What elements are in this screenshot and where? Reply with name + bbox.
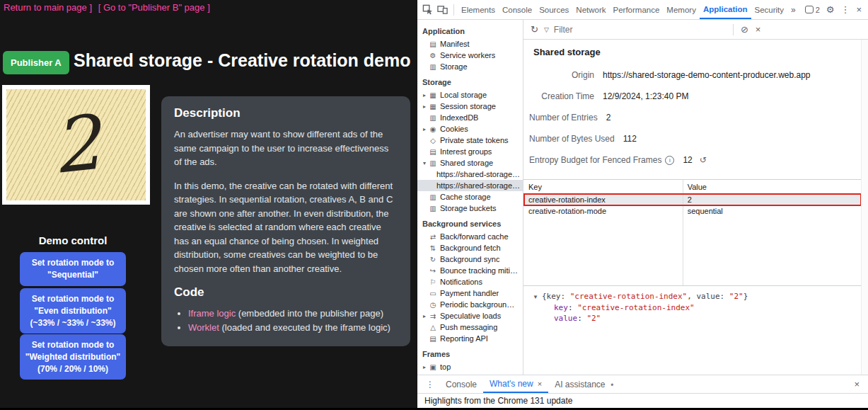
more-tabs-icon[interactable]: » — [787, 5, 799, 15]
devtools-menu-kebab-icon[interactable]: ⋮ — [840, 4, 850, 15]
sidebar-item-cookies[interactable]: ▸◉Cookies — [417, 123, 523, 135]
sidebar-item-label: Cookies — [440, 125, 468, 133]
expander-icon[interactable]: ▸ — [421, 126, 428, 132]
caret-down-icon[interactable]: ▼ — [533, 294, 538, 300]
preview-token: "2" — [729, 292, 743, 301]
tab-sources[interactable]: Sources — [536, 0, 572, 19]
devtools-drawer: ⋮ Console What's new × AI assistance ⋆ ×… — [417, 375, 868, 408]
sidebar-item-label: Background sync — [440, 255, 499, 263]
tab-security[interactable]: Security — [751, 0, 788, 19]
storage-icon: ▥ — [428, 63, 438, 71]
code-list: Iframe logic (embedded into the publishe… — [174, 307, 398, 335]
iframe-logic-link[interactable]: Iframe logic — [188, 308, 236, 319]
drawer-menu-kebab-icon[interactable]: ⋮ — [426, 380, 434, 389]
back-forward-cache-icon: ⇄ — [428, 233, 438, 241]
column-header-key[interactable]: Key — [523, 183, 683, 191]
expander-icon[interactable]: ▾ — [421, 160, 428, 166]
devtools-tabbar: Elements Console Sources Network Perform… — [417, 0, 868, 20]
meta-row-creation-time: Creation Time 12/9/2024, 1:23:40 PM — [523, 86, 862, 107]
sidebar-item-service-workers[interactable]: ⚙Service workers — [417, 50, 523, 61]
expander-icon[interactable]: ▸ — [421, 92, 428, 98]
rotation-sequential-button[interactable]: Set rotation mode to "Sequential" — [20, 252, 126, 286]
entropy-budget-label: Entropy Budget for Fenced Frames — [529, 155, 661, 165]
sidebar-item-payment-handler[interactable]: ▭Payment handler — [417, 287, 523, 299]
rotation-even-button[interactable]: Set rotation mode to "Even distribution"… — [20, 288, 126, 334]
worklet-link[interactable]: Worklet — [188, 322, 219, 333]
sidebar-item-reporting-api[interactable]: ▤Reporting API — [417, 333, 523, 344]
sidebar-item-push-messaging[interactable]: △Push messaging — [417, 321, 523, 333]
sidebar-item-interest-groups[interactable]: ▤Interest groups — [417, 146, 523, 157]
issues-badge[interactable]: 2 — [805, 6, 820, 14]
sidebar-item-speculative-loads[interactable]: ▸⇉Speculative loads — [417, 310, 523, 321]
return-main-link[interactable]: Return to main page ] — [4, 2, 92, 13]
refresh-icon[interactable]: ↻ — [531, 24, 538, 35]
sidebar-item-indexeddb[interactable]: ▥IndexedDB — [417, 112, 523, 123]
sidebar-item-notifications[interactable]: ⚐Notifications — [417, 276, 523, 287]
sidebar-item-cache-storage[interactable]: ▥Cache storage — [417, 191, 523, 203]
sidebar-item-shared-storage-origin-2[interactable]: https://shared-storage… — [417, 180, 523, 191]
sidebar-item-label: Storage — [440, 62, 468, 71]
drawer-tab-label: AI assistance — [555, 380, 605, 389]
inspect-element-icon[interactable] — [422, 4, 433, 15]
shared-storage-table: Key Value creative-rotation-index 2 crea… — [523, 179, 862, 286]
sidebar-item-bounce-tracking[interactable]: ↪Bounce tracking miti… — [417, 265, 523, 276]
property-value: "2" — [586, 314, 601, 323]
close-devtools-icon[interactable]: × — [856, 4, 862, 15]
filter-input[interactable] — [552, 24, 729, 35]
reset-budget-icon[interactable]: ↺ — [700, 155, 707, 165]
expander-icon[interactable]: ▸ — [421, 313, 428, 319]
tab-network[interactable]: Network — [572, 0, 609, 19]
sidebar-item-label: Manifest — [440, 40, 470, 48]
publisher-b-link[interactable]: [ Go to "Publisher B" page ] — [98, 2, 210, 13]
column-divider[interactable] — [683, 180, 683, 285]
sidebar-item-shared-storage-origin-1[interactable]: https://shared-storage… — [417, 169, 523, 180]
sidebar-item-private-state-tokens[interactable]: ◇Private state tokens — [417, 135, 523, 146]
sidebar-item-back-forward-cache[interactable]: ⇄Back/forward cache — [417, 231, 523, 242]
close-whats-new-icon[interactable]: × — [538, 380, 542, 388]
clear-all-icon[interactable]: ⊘ — [741, 24, 748, 35]
table-row-creative-rotation-index[interactable]: creative-rotation-index 2 — [523, 194, 862, 205]
info-icon[interactable]: i — [665, 156, 674, 165]
sidebar-item-label: Periodic backgroun… — [440, 300, 514, 309]
sidebar-section-frames: Frames — [417, 344, 523, 361]
tab-console[interactable]: Console — [499, 0, 536, 19]
column-header-value[interactable]: Value — [683, 183, 862, 191]
sidebar-item-periodic-background-sync[interactable]: ◷Periodic backgroun… — [417, 299, 523, 310]
drawer-tab-console[interactable]: Console — [439, 375, 483, 393]
preview-token: {key: — [542, 292, 570, 301]
sidebar-item-manifest[interactable]: ▤Manifest — [417, 38, 523, 50]
vertical-scrollbar[interactable] — [861, 40, 868, 375]
local-storage-icon: ▦ — [428, 91, 438, 99]
sidebar-item-local-storage[interactable]: ▸▦Local storage — [417, 89, 523, 101]
tab-elements[interactable]: Elements — [458, 0, 499, 19]
drawer-tab-ai-assistance[interactable]: AI assistance ⋆ — [548, 375, 621, 393]
delete-selected-icon[interactable]: × — [756, 24, 761, 35]
settings-gear-icon[interactable]: ⚙ — [826, 4, 835, 15]
sidebar-item-session-storage[interactable]: ▸▦Session storage — [417, 101, 523, 112]
sidebar-item-storage-buckets[interactable]: ▥Storage buckets — [417, 203, 523, 214]
sidebar-item-background-sync[interactable]: ↻Background sync — [417, 254, 523, 265]
tab-application[interactable]: Application — [700, 0, 751, 19]
whats-new-header-text: Highlights from the Chrome 131 update — [424, 396, 572, 406]
sidebar-item-storage[interactable]: ▥Storage — [417, 61, 523, 72]
tab-performance[interactable]: Performance — [610, 0, 664, 19]
rotation-weighted-button[interactable]: Set rotation mode to "Weighted distribut… — [20, 334, 126, 380]
expander-icon[interactable]: ▸ — [421, 103, 428, 110]
code-item-text: (embedded into the publisher page) — [236, 308, 383, 319]
sidebar-item-shared-storage[interactable]: ▾▥Shared storage — [417, 157, 523, 169]
sidebar-item-frame-top[interactable]: ▸▣top — [417, 361, 523, 372]
description-paragraph-2: In this demo, the creative can be rotate… — [174, 179, 398, 276]
cache-storage-icon: ▥ — [428, 193, 438, 201]
tab-memory[interactable]: Memory — [663, 0, 700, 19]
sidebar-item-label: Back/forward cache — [440, 232, 509, 241]
divider — [733, 24, 734, 35]
sidebar-item-label: https://shared-storage… — [436, 181, 520, 190]
sidebar-item-background-fetch[interactable]: ⇅Background fetch — [417, 242, 523, 254]
expander-icon[interactable]: ▸ — [421, 364, 428, 370]
close-drawer-icon[interactable]: × — [854, 379, 860, 389]
device-toolbar-icon[interactable] — [437, 4, 448, 15]
sidebar-item-label: Reporting API — [440, 334, 488, 343]
preview-summary-line[interactable]: ▼{key: "creative-rotation-index", value:… — [533, 291, 862, 302]
table-row-creative-rotation-mode[interactable]: creative-rotation-mode sequential — [523, 205, 862, 217]
drawer-tab-whats-new[interactable]: What's new × — [483, 375, 548, 393]
